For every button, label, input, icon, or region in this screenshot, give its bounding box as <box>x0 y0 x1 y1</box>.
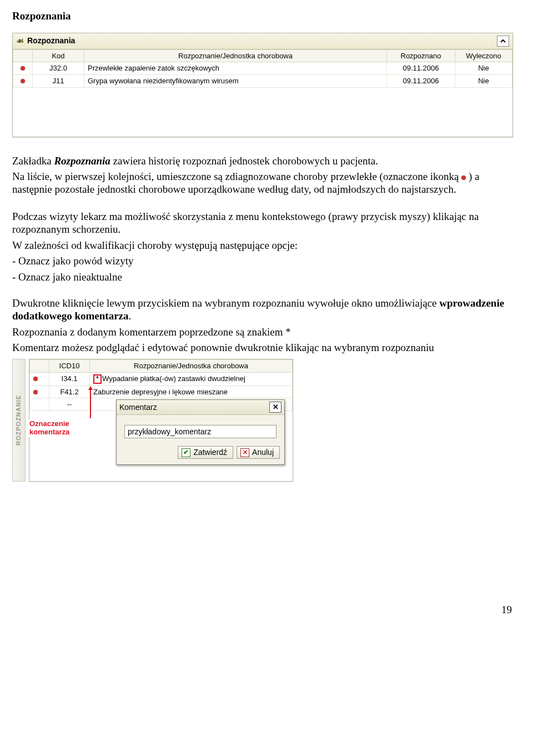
diagnoses-table: Kod Rozpoznanie/Jednostka chorobowa Rozp… <box>13 49 512 88</box>
col-code[interactable]: Kod <box>33 49 84 62</box>
dialog-body <box>117 415 284 443</box>
cell-date: 09.11.2006 <box>387 74 455 87</box>
annotation-arrow <box>90 389 91 418</box>
text: zawiera historię rozpoznań jednostek cho… <box>110 155 378 167</box>
text: Na liście, w pierwszej kolejności, umies… <box>12 171 461 182</box>
cell-code: J11 <box>33 74 84 87</box>
chronic-icon <box>33 390 38 394</box>
page-number: 19 <box>12 604 516 617</box>
paragraph: Rozpoznania z dodanym komentarzem poprze… <box>12 326 516 339</box>
button-label: Anuluj <box>252 448 274 457</box>
cell-code: I34.1 <box>49 372 90 385</box>
panel-empty-area <box>13 88 512 137</box>
cell-code: F41.2 <box>49 385 90 398</box>
cell-code: -- <box>49 398 90 411</box>
table-header-row: ICD10 Rozpoznanie/Jednostka chorobowa <box>30 360 293 373</box>
chronic-icon <box>21 66 25 71</box>
paragraph: W zależności od kwalifikacji choroby wys… <box>12 239 516 252</box>
cell-code: J32.0 <box>33 62 84 75</box>
annotation-line: Oznaczenie <box>29 419 69 428</box>
check-icon: ✔ <box>182 448 190 457</box>
button-label: Zatwierdź <box>193 448 227 457</box>
table-header-row: Kod Rozpoznanie/Jednostka chorobowa Rozp… <box>13 49 512 62</box>
table-row[interactable]: J32.0 Przewlekłe zapalenie zatok szczęko… <box>13 62 512 75</box>
cell-diag: Zaburzenie depresyjne i lękowe mieszane <box>90 385 293 398</box>
chronic-icon <box>21 79 25 83</box>
diagnoses-panel-small: ICD10 Rozpoznanie/Jednostka chorobowa I3… <box>29 359 293 482</box>
dialog-buttons: ✔ Zatwierdź ✕ Anuluj <box>117 443 284 464</box>
cell-diag: Przewlekłe zapalenie zatok szczękowych <box>84 62 387 75</box>
sidebar-tab[interactable]: ROZPOZNANIE <box>12 359 26 482</box>
col-icon <box>30 360 49 373</box>
panel-header: ☙ Rozpoznania <box>13 33 512 49</box>
text: Dwukrotne kliknięcie lewym przyciskiem n… <box>12 297 439 309</box>
collapse-button[interactable] <box>497 36 509 47</box>
list-item: - Oznacz jako powód wizyty <box>12 255 516 268</box>
cell-cured: Nie <box>455 74 512 87</box>
col-diag[interactable]: Rozpoznanie/Jednostka chorobowa <box>84 49 387 62</box>
diagnoses-panel: ☙ Rozpoznania Kod Rozpoznanie/Jednostka … <box>12 33 513 137</box>
panel-title: Rozpoznania <box>27 36 497 46</box>
list-item: - Oznacz jako nieaktualne <box>12 271 516 284</box>
table-row[interactable]: F41.2 Zaburzenie depresyjne i lękowe mie… <box>30 385 293 398</box>
cancel-button[interactable]: ✕ Anuluj <box>237 446 280 459</box>
table-row[interactable]: I34.1 *Wypadanie płatka(-ów) zastawki dw… <box>30 372 293 385</box>
comment-dialog: Komentarz ✕ ✔ Zatwierdź ✕ Anuluj <box>116 399 285 465</box>
comment-input[interactable] <box>124 425 276 438</box>
confirm-button[interactable]: ✔ Zatwierdź <box>178 446 233 459</box>
dialog-close-button[interactable]: ✕ <box>269 402 281 413</box>
col-date[interactable]: Rozpoznano <box>387 49 455 62</box>
cell-diag: Grypa wywołana niezidentyfikowanym wirus… <box>84 74 387 87</box>
col-diag[interactable]: Rozpoznanie/Jednostka chorobowa <box>90 360 293 373</box>
paragraph: Podczas wizyty lekarz ma możliwość skorz… <box>12 211 516 236</box>
dialog-title: Komentarz <box>119 403 269 412</box>
col-code[interactable]: ICD10 <box>49 360 90 373</box>
col-cured[interactable]: Wyleczono <box>455 49 512 62</box>
example-wrap: ROZPOZNANIE ICD10 Rozpoznanie/Jednostka … <box>12 359 516 482</box>
annotation-line: komentarza <box>29 428 69 436</box>
paragraph: Komentarz możesz podglądać i edytować po… <box>12 342 516 354</box>
cell-cured: Nie <box>455 62 512 75</box>
text-emphasis: Rozpoznania <box>54 155 110 167</box>
comment-marker: * <box>93 374 102 384</box>
close-icon: ✕ <box>240 448 249 457</box>
text: . <box>129 310 132 322</box>
sidebar-label-text: ROZPOZNANIE <box>15 395 22 445</box>
annotation-label: Oznaczenie komentarza <box>28 419 71 437</box>
close-icon: ✕ <box>273 403 279 412</box>
panel-icon: ☙ <box>16 36 24 46</box>
text: Zakładka <box>12 155 54 167</box>
chevron-up-icon <box>500 38 506 44</box>
dialog-header: Komentarz ✕ <box>117 400 284 415</box>
cell-text: Wypadanie płatka(-ów) zastawki dwudzieln… <box>102 374 245 383</box>
col-icon <box>13 49 33 62</box>
cell-diag: *Wypadanie płatka(-ów) zastawki dwudziel… <box>90 372 293 385</box>
paragraph: Dwukrotne kliknięcie lewym przyciskiem n… <box>12 297 516 323</box>
table-row[interactable]: J11 Grypa wywołana niezidentyfikowanym w… <box>13 74 512 87</box>
section-title: Rozpoznania <box>12 10 516 23</box>
cell-date: 09.11.2006 <box>387 62 455 75</box>
paragraph: Zakładka Rozpoznania zawiera historię ro… <box>12 155 516 168</box>
chronic-icon <box>33 377 38 381</box>
paragraph: Na liście, w pierwszej kolejności, umies… <box>12 171 516 196</box>
